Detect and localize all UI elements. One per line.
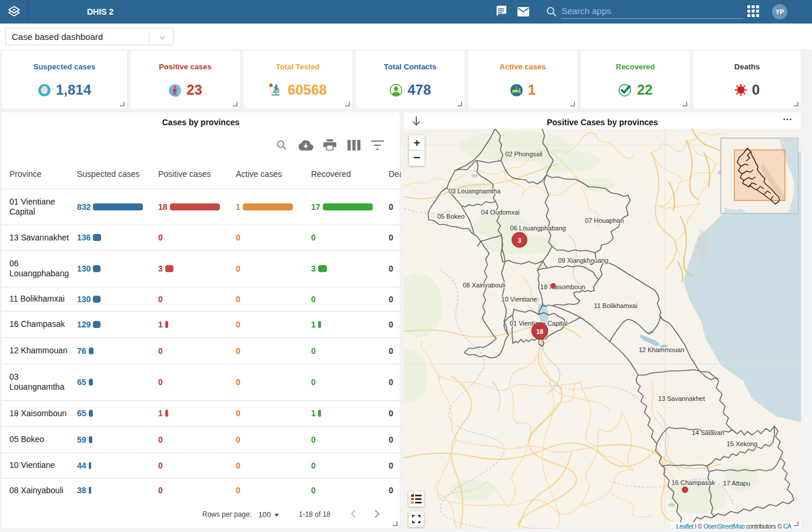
- svg-text:07 Houaphan: 07 Houaphan: [585, 217, 624, 224]
- svg-text:10 Vientiane: 10 Vientiane: [502, 296, 537, 303]
- svg-text:05 Bokeo: 05 Bokeo: [437, 213, 465, 220]
- svg-text:12 Khammouan: 12 Khammouan: [639, 346, 684, 353]
- svg-text:09 Xiangkhouang: 09 Xiangkhouang: [558, 257, 609, 264]
- svg-text:14 Salavan: 14 Salavan: [691, 429, 724, 436]
- svg-text:17 Attapu: 17 Attapu: [723, 480, 751, 487]
- svg-text:16 Champasak: 16 Champasak: [671, 479, 715, 486]
- svg-text:03 Louangnamtha: 03 Louangnamtha: [449, 188, 502, 195]
- svg-text:08 Xainyabouli: 08 Xainyabouli: [463, 282, 505, 289]
- svg-text:13 Savannakhet: 13 Savannakhet: [658, 395, 705, 402]
- svg-text:04 Oudomxai: 04 Oudomxai: [481, 209, 519, 216]
- svg-text:11 Bolikhamxai: 11 Bolikhamxai: [594, 302, 637, 309]
- svg-text:18: 18: [536, 328, 543, 335]
- svg-text:06 Louangphabang: 06 Louangphabang: [510, 225, 566, 232]
- svg-text:02 Phongsali: 02 Phongsali: [505, 150, 543, 158]
- svg-text:15 Xekong: 15 Xekong: [727, 440, 758, 447]
- svg-text:3: 3: [517, 237, 521, 244]
- svg-text:18 Xaisomboun: 18 Xaisomboun: [540, 283, 585, 290]
